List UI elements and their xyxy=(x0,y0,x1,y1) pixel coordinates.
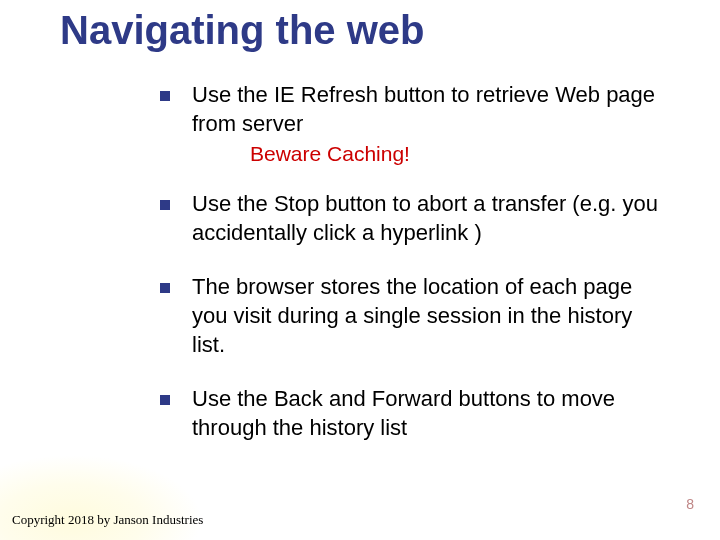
list-item: Use the Back and Forward buttons to move… xyxy=(160,385,670,442)
bullet-square-icon xyxy=(160,395,170,405)
bullet-list: Use the IE Refresh button to retrieve We… xyxy=(160,81,670,442)
bullet-square-icon xyxy=(160,91,170,101)
slide-title: Navigating the web xyxy=(60,8,670,53)
list-item: Use the IE Refresh button to retrieve We… xyxy=(160,81,670,138)
page-number: 8 xyxy=(686,496,694,512)
copyright-text: Copyright 2018 by Janson Industries xyxy=(12,512,203,528)
list-item: The browser stores the location of each … xyxy=(160,273,670,359)
list-item: Use the Stop button to abort a transfer … xyxy=(160,190,670,247)
slide: Navigating the web Use the IE Refresh bu… xyxy=(0,0,720,540)
warning-text: Beware Caching! xyxy=(250,142,670,166)
bullet-text: Use the Stop button to abort a transfer … xyxy=(192,190,670,247)
bullet-text: Use the IE Refresh button to retrieve We… xyxy=(192,81,670,138)
bullet-square-icon xyxy=(160,283,170,293)
bullet-text: Use the Back and Forward buttons to move… xyxy=(192,385,670,442)
bullet-square-icon xyxy=(160,200,170,210)
bullet-text: The browser stores the location of each … xyxy=(192,273,670,359)
